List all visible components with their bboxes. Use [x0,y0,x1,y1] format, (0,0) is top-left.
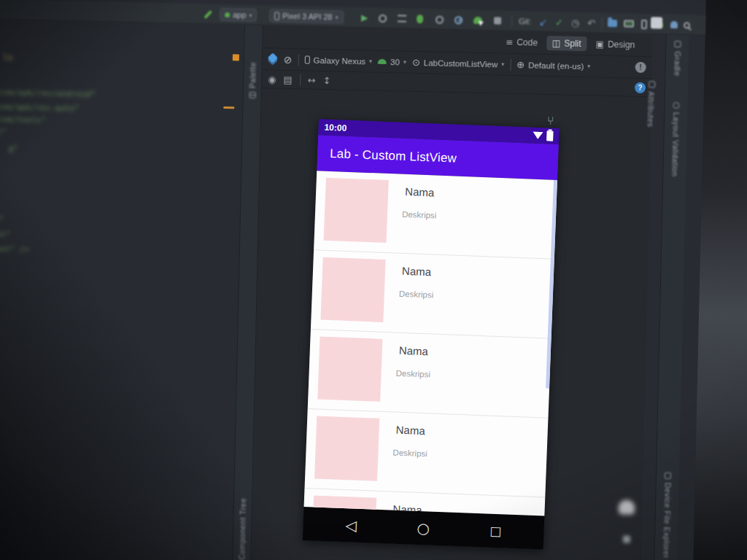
design-surface-icon[interactable] [268,54,278,63]
git-rollback-button[interactable]: ↶ [587,17,595,28]
avd-manager-button[interactable] [641,18,647,30]
notifications-button[interactable] [670,19,678,31]
api-level-label: 30 [390,58,400,66]
device-manager-button[interactable] [608,18,617,29]
tool-tab-component-tree[interactable]: Component Tree [233,497,252,560]
list-item[interactable]: Nama Deskripsi [308,330,551,419]
view-options-eye-icon[interactable]: ◉ [268,74,276,85]
device-icon [304,55,309,63]
vertical-resize-icon[interactable]: ↕ [323,75,331,86]
tab-code[interactable]: ≡ Code [500,35,543,50]
list-item[interactable]: Nama Deskripsi [305,409,549,498]
coverage-icon [436,15,444,23]
gradle-label: Gradle [673,51,682,77]
split-tab-label: Split [564,39,581,50]
scrollbar-caret-marker [223,106,234,109]
api-level-dropdown[interactable]: 30 ▾ [378,57,406,66]
search-everywhere-button[interactable] [684,19,690,31]
attach-profiler-button[interactable] [473,15,482,26]
recents-icon: □ [489,524,502,537]
tool-tab-device-file-explorer[interactable]: Device File Explorer [654,472,679,559]
code-tab-icon: ≡ [506,37,513,47]
device-selector-label: Pixel 3 API 28 [282,12,333,22]
stop-button[interactable] [494,15,501,26]
list-view[interactable]: Nama Deskripsi Nama Deskripsi Nama Deskr… [304,171,557,516]
toolbar-divider [511,15,512,27]
run-configuration-dropdown[interactable]: app ▾ [220,8,258,22]
code-changes-icon [398,15,406,22]
xml-code-editor[interactable]: ls droid.com/apk/res/android" com/apk/re… [0,19,244,560]
render-issues-button[interactable]: ! [635,62,646,73]
device-dropdown[interactable]: Galaxy Nexus ▾ [304,55,372,66]
debug-button[interactable] [417,13,423,25]
android-profiler-icon [473,17,482,24]
orientation-icon[interactable]: ⊘ [284,53,293,65]
tool-tab-layout-validation[interactable]: Layout Validation [663,102,687,177]
git-commit-button[interactable]: ✓ [555,16,563,28]
item-name: Nama [395,424,425,438]
device-label: Galaxy Nexus [313,55,365,66]
photo-of-monitor: app ▾ Pixel 3 API 28 ▾ ▶ Git: ↙ ✓ ◷ ↶ [0,0,747,560]
status-time: 10:00 [324,122,347,133]
list-item[interactable]: Nama Deskripsi [314,171,557,260]
image-placeholder [324,178,389,243]
phone-icon [274,12,279,20]
folder-icon [608,20,617,27]
git-update-button[interactable]: ↙ [539,16,547,28]
bell-icon [670,21,678,28]
coverage-button[interactable] [436,14,444,26]
code-fragment: droid.com/apk/res/android" [0,82,96,99]
run-button[interactable]: ▶ [361,12,368,23]
image-placeholder [317,337,382,402]
globe-icon: ⊕ [516,59,525,70]
toolbar-divider [300,74,301,85]
status-icons [533,131,554,141]
item-name: Nama [399,344,429,358]
module-icon [225,12,230,17]
theme-dropdown[interactable]: ⊙ LabCustomListView ▾ [412,57,505,70]
stop-icon [494,17,501,24]
tool-tab-attributes[interactable]: Attributes [642,81,660,128]
item-name: Nama [402,265,432,279]
gradle-icon [674,41,681,47]
wrench-icon[interactable]: ⑂ [547,114,554,128]
build-icon[interactable] [206,8,209,20]
apply-changes-button[interactable] [379,12,387,24]
chevron-down-icon: ▾ [249,12,252,18]
device-selector-dropdown[interactable]: Pixel 3 API 28 ▾ [269,9,344,23]
home-icon: ○ [417,521,430,536]
item-name: Nama [405,185,435,199]
tab-design[interactable]: ▣ Design [589,36,640,52]
layout-validation-icon [673,102,679,109]
tool-tab-palette[interactable]: Palette [244,62,262,99]
battery-icon [546,131,554,141]
locale-dropdown[interactable]: ⊕ Default (en-us) ▾ [516,59,590,71]
apply-code-changes-button[interactable] [398,12,406,24]
code-fragment: com/apk/res-auto" [0,96,79,114]
code-fragment: w" [0,209,4,224]
component-tree-label: Component Tree [237,498,247,560]
tab-split[interactable]: ◫ Split [546,36,587,51]
editor-mode-tabs: ≡ Code ◫ Split ▣ Design [500,31,653,57]
running-devices-button[interactable] [624,18,634,29]
monitor-icon [624,20,634,27]
gauge-icon [454,16,462,24]
git-history-button[interactable]: ◷ [571,17,580,28]
list-view-icon[interactable]: ▤ [283,74,293,85]
image-placeholder [314,416,379,481]
design-tab-icon: ▣ [596,39,605,50]
layout-validation-label: Layout Validation [670,112,681,177]
tool-tab-gradle[interactable]: Gradle [665,41,689,77]
list-item[interactable]: Nama Deskripsi [311,250,554,339]
horizontal-resize-icon[interactable]: ↔ [308,74,316,85]
phone-preview[interactable]: 10:00 Lab - Custom ListView Nama [303,119,560,549]
settings-button[interactable] [651,17,662,28]
bug-icon [417,15,423,23]
notification-bell-icon[interactable] [619,499,635,514]
attributes-label: Attributes [646,91,656,128]
android-icon [378,59,387,64]
profiler-button[interactable] [454,14,462,26]
floating-button[interactable] [623,536,630,543]
code-tab-label: Code [516,37,538,48]
design-canvas[interactable]: ⑂ 10:00 Lab - Custom ListView [251,88,651,560]
